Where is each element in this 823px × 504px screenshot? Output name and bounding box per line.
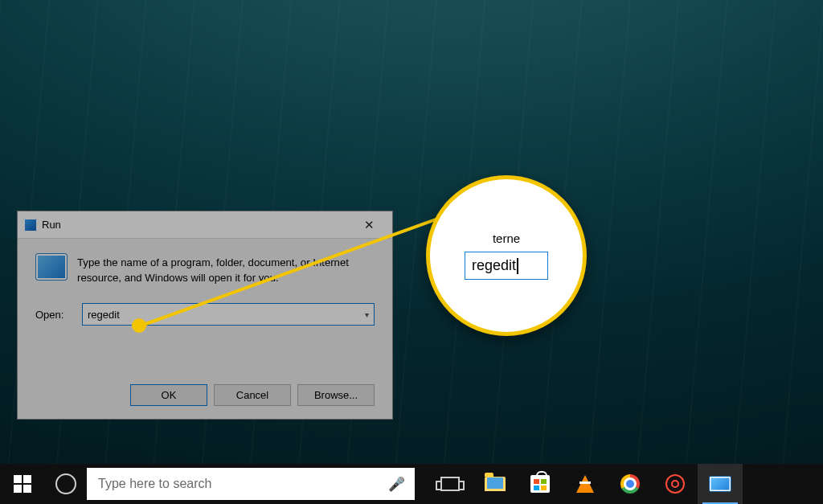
taskbar-app-task-view[interactable] — [428, 464, 473, 504]
file-explorer-icon — [485, 477, 506, 491]
run-dialog: Run ✕ Type the name of a program, folder… — [17, 211, 393, 420]
taskbar: Type here to search 🎤 — [0, 464, 823, 504]
cortana-icon — [55, 473, 76, 494]
taskbar-pinned-apps — [428, 464, 743, 504]
microphone-icon[interactable]: 🎤 — [388, 476, 405, 493]
vlc-icon — [576, 475, 594, 493]
taskbar-app-microsoft-store[interactable] — [518, 464, 563, 504]
text-caret — [517, 258, 518, 274]
magnifier-callout: terne regedit — [426, 175, 587, 336]
start-button[interactable] — [0, 464, 45, 504]
magnifier-open-input: regedit — [465, 252, 548, 280]
run-taskbar-icon — [709, 476, 731, 492]
chevron-down-icon[interactable]: ▾ — [365, 310, 369, 319]
run-icon — [24, 219, 37, 232]
close-icon: ✕ — [364, 218, 375, 232]
taskbar-app-vlc[interactable] — [563, 464, 608, 504]
run-titlebar[interactable]: Run ✕ — [18, 211, 392, 239]
task-view-icon — [440, 477, 460, 491]
open-label: Open: — [35, 309, 74, 321]
taskbar-app-run[interactable] — [698, 464, 743, 504]
taskbar-search-placeholder: Type here to search — [98, 477, 211, 491]
taskbar-app-settings[interactable] — [653, 464, 698, 504]
browse-button[interactable]: Browse... — [297, 384, 375, 406]
taskbar-app-chrome[interactable] — [608, 464, 653, 504]
cancel-button[interactable]: Cancel — [214, 384, 291, 406]
run-dialog-icon — [35, 253, 68, 281]
magnifier-fragment-text: terne — [493, 232, 520, 245]
magnifier-input-value: regedit — [472, 257, 516, 274]
taskbar-search[interactable]: Type here to search 🎤 — [87, 468, 415, 500]
settings-icon — [665, 474, 685, 494]
windows-logo-icon — [14, 475, 31, 493]
microsoft-store-icon — [530, 475, 550, 493]
chrome-icon — [620, 474, 640, 494]
open-combobox[interactable]: ▾ — [82, 303, 375, 326]
cortana-button[interactable] — [45, 464, 87, 504]
open-input[interactable] — [83, 304, 374, 325]
run-title: Run — [42, 219, 61, 231]
ok-button[interactable]: OK — [130, 384, 207, 406]
close-button[interactable]: ✕ — [350, 213, 387, 237]
taskbar-app-file-explorer[interactable] — [473, 464, 518, 504]
